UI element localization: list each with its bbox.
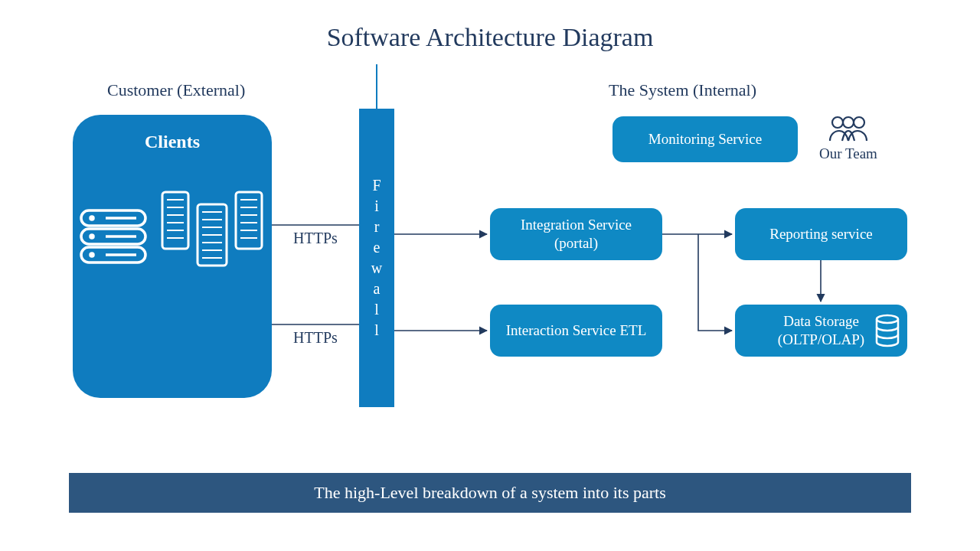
node-integration: Integration Service (portal) [490, 208, 662, 260]
node-interaction: Interaction Service ETL [490, 305, 662, 357]
svg-point-32 [832, 117, 843, 128]
page-title: Software Architecture Diagram [0, 23, 980, 52]
protocol-label-1: HTTPs [293, 230, 338, 247]
svg-point-31 [877, 315, 898, 323]
server-stack-icon [75, 206, 152, 267]
footer-caption: The high-Level breakdown of a system int… [69, 473, 911, 513]
firewall-box: Firewall [359, 109, 394, 407]
svg-rect-10 [236, 192, 262, 249]
section-header-system: The System (Internal) [609, 80, 756, 100]
team-label: Our Team [819, 145, 877, 162]
database-icon [874, 314, 901, 347]
svg-point-7 [90, 253, 93, 256]
clients-title: Clients [73, 132, 272, 152]
section-header-customer: Customer (External) [107, 80, 245, 100]
svg-point-33 [843, 117, 854, 128]
server-cluster-icon [155, 183, 270, 267]
node-storage: Data Storage (OLTP/OLAP) [735, 305, 907, 357]
protocol-label-2: HTTPs [293, 329, 338, 347]
node-monitoring: Monitoring Service [612, 116, 798, 162]
svg-point-34 [854, 117, 864, 128]
team-icon [825, 113, 871, 144]
node-reporting: Reporting service [735, 208, 907, 260]
svg-point-3 [90, 217, 93, 220]
firewall-connector [376, 64, 377, 109]
svg-point-5 [90, 235, 93, 238]
clients-box: Clients [73, 115, 272, 398]
svg-rect-9 [162, 192, 188, 249]
